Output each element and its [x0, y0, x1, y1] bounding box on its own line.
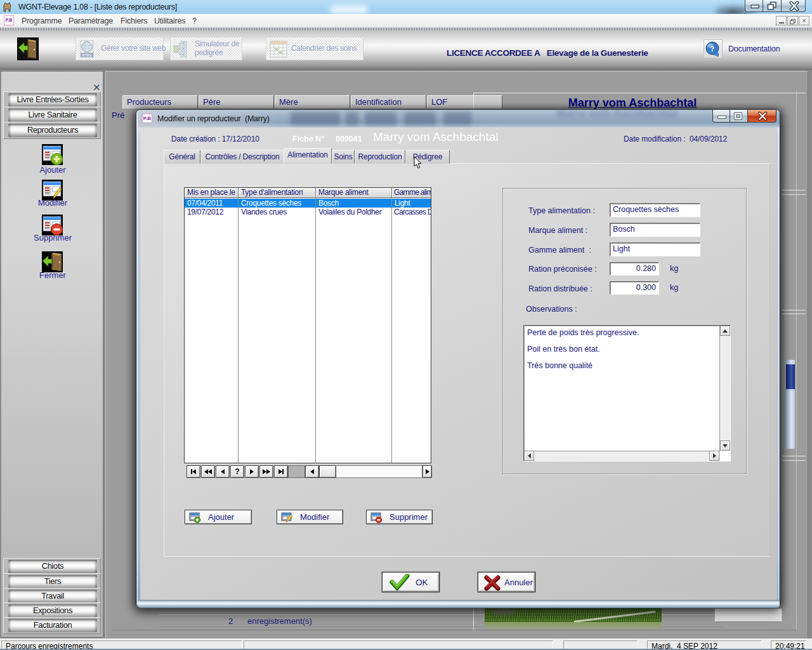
- svg-text:?: ?: [710, 44, 715, 53]
- svg-text:HTML: HTML: [82, 53, 92, 57]
